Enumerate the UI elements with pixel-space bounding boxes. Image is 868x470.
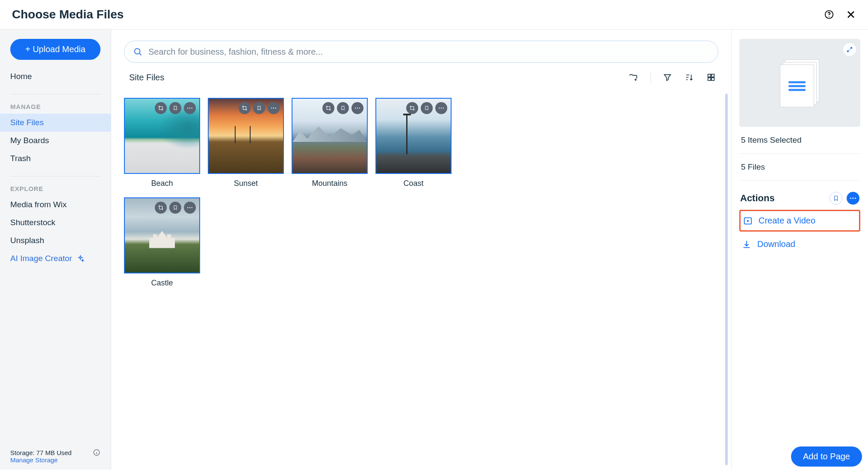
svg-point-19 (443, 108, 444, 109)
file-card[interactable]: Sunset (208, 98, 284, 188)
crop-icon[interactable] (406, 102, 418, 114)
items-selected-text: 5 Items Selected (739, 127, 860, 154)
more-icon[interactable] (268, 102, 280, 114)
grid-view-icon[interactable] (706, 73, 716, 82)
close-icon[interactable] (846, 9, 856, 20)
sidebar: + Upload Media Home MANAGE Site Files My… (0, 29, 111, 470)
file-card[interactable]: Coast (375, 98, 452, 188)
file-card[interactable]: Mountains (292, 98, 368, 188)
crop-icon[interactable] (155, 202, 167, 214)
svg-point-21 (189, 207, 190, 208)
crop-icon[interactable] (322, 102, 334, 114)
svg-point-10 (192, 108, 192, 109)
details-panel: 5 Items Selected 5 Files Actions Create … (731, 29, 868, 470)
file-name: Beach (124, 179, 200, 188)
search-input[interactable] (148, 47, 709, 57)
more-icon[interactable] (435, 102, 447, 114)
svg-point-1 (829, 16, 830, 17)
svg-point-14 (355, 108, 356, 109)
sidebar-item-trash[interactable]: Trash (0, 150, 111, 167)
bookmark-icon[interactable] (830, 192, 842, 205)
create-video-action[interactable]: Create a Video (739, 210, 860, 232)
file-thumbnail[interactable] (208, 98, 284, 174)
file-thumbnail[interactable] (124, 197, 200, 273)
file-overlay-actions (406, 102, 447, 114)
sidebar-item-site-files[interactable]: Site Files (0, 114, 111, 132)
svg-point-3 (135, 49, 140, 54)
file-overlay-actions (239, 102, 280, 114)
scrollbar[interactable] (725, 94, 728, 465)
create-video-label: Create a Video (759, 216, 815, 226)
filter-icon[interactable] (663, 73, 672, 82)
file-overlay-actions (322, 102, 363, 114)
toolbar: Site Files (124, 71, 718, 88)
sidebar-item-unsplash[interactable]: Unsplash (0, 232, 111, 250)
sparkle-icon (77, 255, 84, 262)
more-icon[interactable] (184, 202, 196, 214)
add-to-page-button[interactable]: Add to Page (791, 446, 862, 467)
svg-point-9 (189, 108, 190, 109)
file-grid: Beach Sunset (124, 98, 718, 288)
svg-point-18 (441, 108, 442, 109)
manage-storage-link[interactable]: Manage Storage (10, 456, 58, 464)
dialog-title: Choose Media Files (12, 8, 124, 21)
header-actions (824, 9, 856, 20)
ai-image-creator-label: AI Image Creator (10, 254, 72, 263)
svg-point-22 (192, 207, 192, 208)
download-action[interactable]: Download (739, 233, 860, 255)
svg-point-12 (273, 108, 274, 109)
actions-label: Actions (740, 193, 775, 204)
file-name: Coast (375, 179, 452, 188)
new-folder-icon[interactable] (628, 73, 638, 82)
svg-point-8 (187, 108, 188, 109)
file-stack-icon (781, 59, 819, 106)
svg-point-17 (439, 108, 440, 109)
file-card[interactable]: Castle (124, 197, 200, 288)
file-thumbnail[interactable] (375, 98, 452, 174)
search-bar[interactable] (124, 41, 718, 63)
expand-icon[interactable] (843, 43, 856, 56)
info-icon[interactable] (93, 449, 100, 456)
svg-point-23 (850, 198, 851, 199)
divider (10, 176, 100, 176)
svg-rect-4 (708, 74, 711, 77)
file-name: Castle (124, 279, 200, 288)
svg-point-15 (357, 108, 358, 109)
sidebar-item-media-from-wix[interactable]: Media from Wix (0, 196, 111, 214)
storage-usage-text: Storage: 77 MB Used (10, 449, 71, 456)
file-thumbnail[interactable] (292, 98, 368, 174)
more-icon[interactable] (351, 102, 363, 114)
sidebar-item-home[interactable]: Home (0, 68, 111, 85)
crop-icon[interactable] (239, 102, 251, 114)
bookmark-icon[interactable] (421, 102, 433, 114)
bookmark-icon[interactable] (169, 202, 181, 214)
more-actions-icon[interactable] (847, 192, 859, 205)
sidebar-item-my-boards[interactable]: My Boards (0, 132, 111, 150)
crop-icon[interactable] (155, 102, 167, 114)
svg-point-16 (359, 108, 360, 109)
bookmark-icon[interactable] (337, 102, 349, 114)
file-count-text: 5 Files (739, 154, 860, 181)
sidebar-item-shutterstock[interactable]: Shutterstock (0, 214, 111, 232)
more-icon[interactable] (184, 102, 196, 114)
sidebar-section-explore: EXPLORE (0, 185, 111, 196)
sort-icon[interactable] (684, 73, 694, 82)
svg-point-11 (271, 108, 272, 109)
svg-point-24 (853, 198, 854, 199)
svg-rect-7 (712, 78, 714, 80)
svg-rect-6 (708, 78, 711, 80)
help-icon[interactable] (824, 10, 834, 19)
play-icon (743, 216, 753, 226)
sidebar-item-ai-image-creator[interactable]: AI Image Creator (0, 250, 111, 267)
svg-point-20 (187, 207, 188, 208)
file-name: Sunset (208, 179, 284, 188)
svg-point-25 (855, 198, 856, 199)
actions-header: Actions (739, 181, 860, 210)
bookmark-icon[interactable] (169, 102, 181, 114)
upload-media-button[interactable]: + Upload Media (10, 39, 100, 60)
bookmark-icon[interactable] (253, 102, 265, 114)
file-overlay-actions (155, 102, 196, 114)
main-content: Site Files (111, 29, 731, 470)
file-card[interactable]: Beach (124, 98, 200, 188)
file-thumbnail[interactable] (124, 98, 200, 174)
